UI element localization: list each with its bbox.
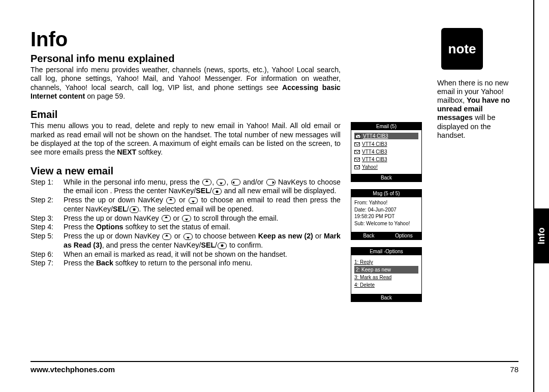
heading-email: Email	[30, 109, 341, 120]
page-border-line	[533, 0, 534, 392]
softkey-back: Back	[351, 174, 421, 182]
navkey-down-icon	[184, 233, 193, 240]
navkey-up-icon	[202, 179, 211, 186]
list-item: VTT4 CIB3	[351, 140, 421, 148]
mail-icon	[354, 150, 360, 154]
mail-icon	[354, 158, 360, 162]
screen-title: Email (5)	[351, 123, 421, 130]
step-1: Step 1: While in the personal info menu,…	[30, 178, 341, 196]
navkey-down-icon	[217, 179, 226, 186]
softkey-back: Back	[351, 294, 421, 301]
step-5: Step 5: Press the up or down NavKey or t…	[30, 232, 341, 250]
section-tab: Info	[534, 208, 549, 263]
navkey-right-icon	[266, 179, 276, 186]
heading-personal-info: Personal info menu explained	[30, 53, 341, 65]
footer-page-number: 78	[510, 365, 518, 374]
paragraph-email: This menu allows you to read, delete and…	[30, 122, 341, 157]
section-tab-label: Info	[536, 228, 547, 245]
step-3: Step 3: Press the up or down NavKey or t…	[30, 214, 341, 223]
screen-title: Email -Options	[351, 248, 421, 255]
list-item: Yahoo!	[351, 163, 421, 171]
footer-url: www.vtechphones.com	[30, 365, 115, 374]
step-2: Step 2: Press the up or down NavKey or t…	[30, 196, 341, 214]
page-footer: www.vtechphones.com 78	[30, 361, 518, 374]
phone-screen-message: Msg (5 of 5) From: Yahhoo! Date: 04-Jun-…	[351, 189, 422, 240]
navkey-up-icon	[166, 197, 175, 204]
softkey-options: Options	[386, 232, 421, 239]
mail-icon	[354, 142, 360, 146]
phone-screen-options: Email -Options 1: Reply 2: Keep as new 3…	[351, 247, 422, 302]
list-item: 4: Delete	[354, 281, 418, 289]
navkey-up-icon	[162, 233, 171, 240]
list-item: 1: Reply	[354, 258, 418, 266]
step-4: Step 4: Press the Options softkey to set…	[30, 223, 341, 232]
navkey-left-icon	[231, 179, 240, 186]
navkey-up-icon	[162, 215, 171, 222]
screen-softkeys: Back	[351, 174, 421, 182]
step-7: Step 7: Press the Back softkey to return…	[30, 259, 341, 268]
steps-list: Step 1: While in the personal info menu,…	[30, 178, 341, 268]
navkey-center-icon	[130, 206, 139, 213]
step-6: Step 6: When an email is marked as read,…	[30, 250, 341, 259]
list-item: VTT4 CIB3	[354, 133, 418, 139]
heading-view-new-email: View a new email	[30, 165, 341, 177]
note-text: When there is no new email in your Yahoo…	[437, 79, 513, 140]
list-item: VTT4 CIB3	[351, 156, 421, 163]
list-item: 2: Keep as new	[354, 266, 418, 274]
softkey-back: Back	[351, 232, 386, 239]
options-list: 1: Reply 2: Keep as new 3: Mark as Read …	[351, 255, 421, 294]
paragraph-personal-info: The personal info menu provides weather,…	[30, 66, 341, 101]
screen-softkeys: Back	[351, 294, 421, 301]
phone-screen-inbox: Email (5) VTT4 CIB3 VTT4 CIB3 VTT4 CIB3 …	[351, 122, 422, 182]
page-title: Info	[30, 28, 341, 51]
navkey-down-icon	[189, 197, 198, 204]
list-item: 3: Mark as Read	[354, 274, 418, 281]
inbox-list: VTT4 CIB3 VTT4 CIB3 VTT4 CIB3 VTT4 CIB3 …	[351, 130, 421, 174]
mail-icon	[355, 134, 361, 138]
list-item: VTT4 CIB3	[351, 148, 421, 156]
message-body: From: Yahhoo! Date: 04-Jun-2007 19:58:20…	[351, 197, 421, 232]
screen-softkeys: Back Options	[351, 232, 421, 239]
navkey-down-icon	[182, 215, 191, 222]
note-badge: note	[441, 28, 483, 70]
navkey-center-icon	[212, 188, 222, 195]
screen-title: Msg (5 of 5)	[351, 190, 421, 197]
navkey-center-icon	[218, 243, 227, 249]
mail-icon	[354, 165, 360, 169]
